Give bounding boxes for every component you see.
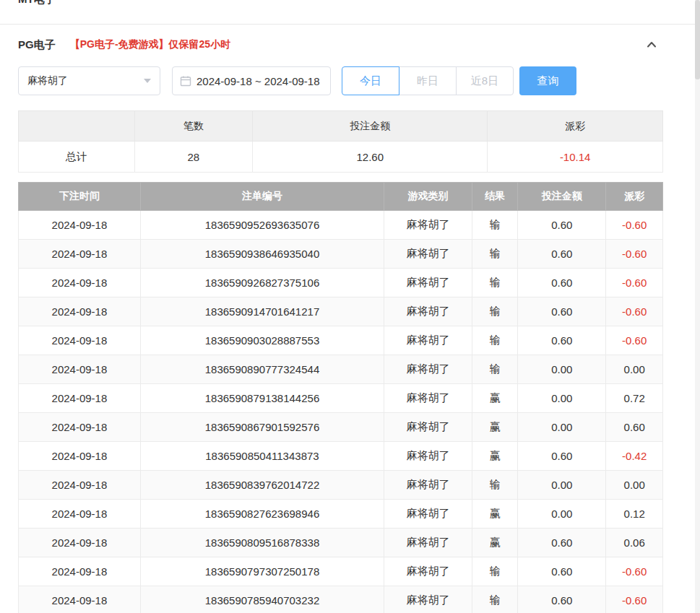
cell-bet-time: 2024-09-18 [19, 240, 141, 269]
header-order-id: 注单编号 [140, 183, 384, 211]
cell-order-id: 1836590914701641217 [140, 297, 384, 326]
cell-bet-amount: 0.60 [518, 586, 606, 613]
divider [0, 24, 700, 25]
cell-payout: 0.60 [606, 413, 663, 442]
cell-game-type: 麻将胡了 [384, 355, 472, 384]
cell-result: 输 [472, 297, 518, 326]
cell-game-type: 麻将胡了 [384, 384, 472, 413]
calendar-icon [180, 75, 191, 87]
panel-header: PG电子 【PG电子-免费游戏】仅保留25小时 [18, 35, 663, 55]
game-select[interactable]: 麻将胡了 [18, 66, 160, 95]
cell-bet-time: 2024-09-18 [19, 297, 141, 326]
table-row: 2024-09-181836590827623698946麻将胡了赢0.000.… [19, 500, 663, 529]
cell-payout: -0.42 [606, 442, 663, 471]
cell-payout: -0.60 [606, 557, 663, 586]
cell-bet-time: 2024-09-18 [19, 384, 141, 413]
cell-bet-amount: 0.00 [518, 384, 606, 413]
cell-bet-time: 2024-09-18 [19, 500, 141, 529]
cell-order-id: 1836590785940703232 [140, 586, 384, 613]
bet-table-header-row: 下注时间 注单编号 游戏类别 结果 投注金额 派彩 [19, 183, 663, 211]
cell-bet-amount: 0.60 [518, 297, 606, 326]
cell-bet-amount: 0.00 [518, 355, 606, 384]
cell-payout: -0.60 [606, 211, 663, 240]
cell-order-id: 1836590809516878338 [140, 529, 384, 557]
summary-header-count: 笔数 [134, 111, 253, 142]
cell-bet-amount: 0.60 [518, 557, 606, 586]
summary-header-row: 笔数 投注金额 派彩 [19, 111, 663, 142]
range-button-today[interactable]: 今日 [342, 66, 399, 95]
date-range-value: 2024-09-18 ~ 2024-09-18 [196, 75, 320, 87]
cell-order-id: 1836590827623698946 [140, 500, 384, 529]
cell-result: 输 [472, 326, 518, 355]
cell-payout: -0.60 [606, 269, 663, 297]
table-row: 2024-09-181836590879138144256麻将胡了赢0.000.… [19, 384, 663, 413]
cell-result: 赢 [472, 500, 518, 529]
cell-bet-time: 2024-09-18 [19, 269, 141, 297]
cell-bet-amount: 0.60 [518, 211, 606, 240]
collapse-button[interactable] [644, 38, 659, 52]
cell-payout: -0.60 [606, 297, 663, 326]
table-row: 2024-09-181836590867901592576麻将胡了赢0.000.… [19, 413, 663, 442]
table-row: 2024-09-181836590850411343873麻将胡了赢0.60-0… [19, 442, 663, 471]
cell-payout: 0.00 [606, 471, 663, 500]
header-game-type: 游戏类别 [384, 183, 472, 211]
chevron-down-icon [144, 79, 151, 83]
cell-bet-time: 2024-09-18 [19, 211, 141, 240]
summary-count: 28 [134, 142, 253, 173]
date-range-input[interactable]: 2024-09-18 ~ 2024-09-18 [172, 66, 331, 95]
cell-bet-time: 2024-09-18 [19, 557, 141, 586]
cell-game-type: 麻将胡了 [384, 471, 472, 500]
cell-order-id: 1836590850411343873 [140, 442, 384, 471]
cell-result: 输 [472, 586, 518, 613]
cell-game-type: 麻将胡了 [384, 529, 472, 557]
cell-game-type: 麻将胡了 [384, 326, 472, 355]
scrollbar-track[interactable] [695, 0, 700, 613]
cell-order-id: 1836590926827375106 [140, 269, 384, 297]
filter-bar: 麻将胡了 2024-09-18 ~ 2024-09-18 今日 昨日 近8日 查… [18, 66, 663, 95]
cell-order-id: 1836590879138144256 [140, 384, 384, 413]
table-row: 2024-09-181836590839762014722麻将胡了输0.000.… [19, 471, 663, 500]
table-row: 2024-09-181836590785940703232麻将胡了输0.60-0… [19, 586, 663, 613]
cell-payout: 0.06 [606, 529, 663, 557]
search-button[interactable]: 查询 [519, 66, 576, 95]
cell-game-type: 麻将胡了 [384, 211, 472, 240]
cell-bet-time: 2024-09-18 [19, 471, 141, 500]
cell-bet-time: 2024-09-18 [19, 586, 141, 613]
table-row: 2024-09-181836590890777324544麻将胡了输0.000.… [19, 355, 663, 384]
summary-bet: 12.60 [253, 142, 488, 173]
cell-bet-amount: 0.60 [518, 529, 606, 557]
summary-table: 笔数 投注金额 派彩 总计 28 12.60 -10.14 [18, 110, 663, 173]
cell-game-type: 麻将胡了 [384, 297, 472, 326]
range-button-last8days[interactable]: 近8日 [456, 66, 514, 95]
header-payout: 派彩 [606, 183, 663, 211]
summary-header-blank [19, 111, 135, 142]
cell-bet-amount: 0.00 [518, 413, 606, 442]
game-select-value: 麻将胡了 [27, 74, 68, 87]
table-row: 2024-09-181836590903028887553麻将胡了输0.60-0… [19, 326, 663, 355]
cell-bet-time: 2024-09-18 [19, 413, 141, 442]
cell-game-type: 麻将胡了 [384, 413, 472, 442]
cell-game-type: 麻将胡了 [384, 240, 472, 269]
cell-order-id: 1836590903028887553 [140, 326, 384, 355]
bet-table: 下注时间 注单编号 游戏类别 结果 投注金额 派彩 2024-09-181836… [18, 182, 663, 613]
cell-order-id: 1836590890777324544 [140, 355, 384, 384]
cell-order-id: 1836590952693635076 [140, 211, 384, 240]
cell-payout: -0.60 [606, 326, 663, 355]
cell-payout: -0.60 [606, 240, 663, 269]
cell-bet-time: 2024-09-18 [19, 326, 141, 355]
cell-payout: 0.00 [606, 355, 663, 384]
panel-title: PG电子 [18, 38, 56, 52]
table-row: 2024-09-181836590797307250178麻将胡了输0.60-0… [19, 557, 663, 586]
range-button-yesterday[interactable]: 昨日 [399, 66, 457, 95]
cell-order-id: 1836590797307250178 [140, 557, 384, 586]
panel-notice: 【PG电子-免费游戏】仅保留25小时 [70, 38, 230, 51]
quick-range-group: 今日 昨日 近8日 [342, 66, 514, 95]
header-bet-time: 下注时间 [19, 183, 141, 211]
cell-game-type: 麻将胡了 [384, 557, 472, 586]
scrollbar-thumb[interactable] [695, 0, 700, 79]
cell-bet-amount: 0.00 [518, 471, 606, 500]
cell-game-type: 麻将胡了 [384, 442, 472, 471]
cell-result: 输 [472, 240, 518, 269]
table-row: 2024-09-181836590952693635076麻将胡了输0.60-0… [19, 211, 663, 240]
cell-result: 输 [472, 471, 518, 500]
